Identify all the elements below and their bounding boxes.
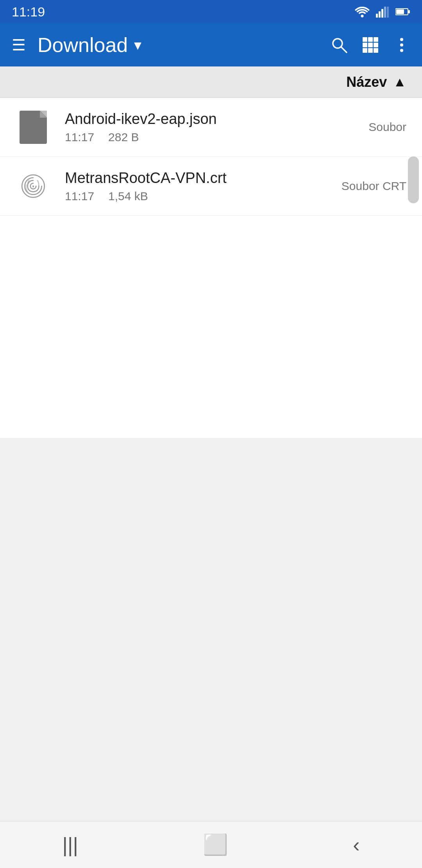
sort-direction-icon: ▲ xyxy=(393,74,406,90)
file-name: MetransRootCA-VPN.crt xyxy=(65,170,342,187)
file-meta: 11:17 1,54 kB xyxy=(65,190,342,203)
nav-bar: ||| ⬜ ‹ xyxy=(0,821,422,868)
menu-icon[interactable]: ☰ xyxy=(12,36,26,54)
svg-rect-19 xyxy=(374,48,378,53)
file-time: 11:17 xyxy=(65,131,94,144)
file-meta: 11:17 282 B xyxy=(65,131,368,144)
recent-apps-icon[interactable]: ||| xyxy=(63,833,79,857)
json-file-icon xyxy=(20,111,47,144)
svg-point-0 xyxy=(361,15,364,18)
file-name: Android-ikev2-eap.json xyxy=(65,111,368,127)
svg-point-20 xyxy=(400,38,403,41)
app-bar: ☰ Download ▾ xyxy=(0,23,422,66)
svg-rect-18 xyxy=(368,48,373,53)
status-icons xyxy=(355,6,410,18)
crt-file-icon xyxy=(18,170,49,202)
file-size: 282 B xyxy=(108,131,139,144)
file-type: Soubor xyxy=(368,120,406,134)
svg-rect-2 xyxy=(379,11,381,18)
app-bar-actions xyxy=(331,36,410,54)
file-size: 1,54 kB xyxy=(108,190,148,203)
file-icon-wrap xyxy=(16,169,51,204)
svg-rect-8 xyxy=(408,10,410,13)
file-info: MetransRootCA-VPN.crt 11:17 1,54 kB xyxy=(65,170,342,203)
svg-rect-12 xyxy=(368,37,373,42)
sort-bar[interactable]: Název ▲ xyxy=(0,66,422,98)
signal-icon xyxy=(376,6,389,18)
svg-rect-5 xyxy=(387,7,389,18)
svg-rect-1 xyxy=(376,14,378,18)
empty-area xyxy=(0,438,422,868)
list-item[interactable]: Android-ikev2-eap.json 11:17 282 B Soubo… xyxy=(0,98,422,157)
svg-rect-15 xyxy=(368,43,373,47)
svg-rect-14 xyxy=(363,43,367,47)
svg-point-21 xyxy=(400,43,403,47)
svg-point-22 xyxy=(400,49,403,52)
svg-rect-7 xyxy=(396,9,404,14)
back-icon[interactable]: ‹ xyxy=(353,833,359,857)
file-type: Soubor CRT xyxy=(342,179,406,193)
list-item[interactable]: MetransRootCA-VPN.crt 11:17 1,54 kB Soub… xyxy=(0,157,422,216)
title-row: Download ▾ xyxy=(38,33,319,57)
svg-rect-16 xyxy=(374,43,378,47)
sort-label: Název xyxy=(346,74,387,90)
battery-icon xyxy=(395,8,410,16)
svg-rect-3 xyxy=(381,9,383,18)
chevron-down-icon[interactable]: ▾ xyxy=(134,36,141,54)
svg-rect-13 xyxy=(374,37,378,42)
svg-rect-17 xyxy=(363,48,367,53)
svg-rect-11 xyxy=(363,37,367,42)
home-icon[interactable]: ⬜ xyxy=(203,833,228,857)
file-time: 11:17 xyxy=(65,190,94,203)
folder-title: Download xyxy=(38,33,128,57)
file-info: Android-ikev2-eap.json 11:17 282 B xyxy=(65,111,368,144)
file-list: Android-ikev2-eap.json 11:17 282 B Soubo… xyxy=(0,98,422,438)
scroll-indicator[interactable] xyxy=(408,156,419,203)
wifi-icon xyxy=(355,6,370,18)
more-icon[interactable] xyxy=(393,36,410,54)
svg-rect-4 xyxy=(384,7,386,18)
svg-line-10 xyxy=(341,47,347,52)
file-icon-wrap xyxy=(16,109,51,145)
search-icon[interactable] xyxy=(331,36,348,54)
status-bar: 11:19 xyxy=(0,0,422,23)
status-time: 11:19 xyxy=(12,4,45,20)
grid-icon[interactable] xyxy=(362,36,379,54)
